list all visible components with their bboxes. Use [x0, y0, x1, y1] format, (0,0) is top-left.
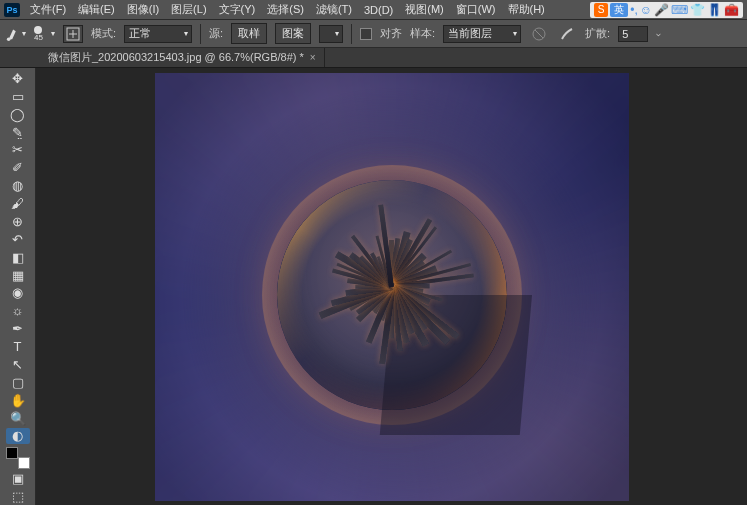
aligned-label: 对齐	[380, 26, 402, 41]
ime-emoji-icon[interactable]: ☺	[640, 3, 652, 17]
menu-window[interactable]: 窗口(W)	[450, 0, 502, 19]
menu-layer[interactable]: 图层(L)	[165, 0, 212, 19]
tab-close-button[interactable]: ×	[310, 52, 316, 63]
ime-lang-indicator[interactable]: 英	[610, 3, 628, 17]
move-tool[interactable]: ✥	[6, 70, 30, 87]
diffusion-input[interactable]	[618, 26, 648, 42]
marquee-tool[interactable]: ▭	[6, 88, 30, 105]
lasso-tool[interactable]: ◯	[6, 106, 30, 123]
sample-layers-dropdown[interactable]: 当前图层	[443, 25, 521, 43]
ime-skin-icon[interactable]: 👖	[707, 3, 722, 17]
ime-mic-icon[interactable]: 🎤	[654, 3, 669, 17]
menu-bar: Ps 文件(F) 编辑(E) 图像(I) 图层(L) 文字(Y) 选择(S) 滤…	[0, 0, 747, 20]
quick-mask-toggle[interactable]: ▣	[6, 470, 30, 487]
healing-brush-tool[interactable]: ◍	[6, 177, 30, 194]
document-tab[interactable]: 微信图片_20200603215403.jpg @ 66.7%(RGB/8#) …	[40, 48, 325, 67]
type-tool[interactable]: T	[6, 338, 30, 355]
ime-toolbox-icon[interactable]: 🧰	[724, 3, 739, 17]
pen-tool[interactable]: ✒	[6, 320, 30, 337]
document-tab-title: 微信图片_20200603215403.jpg @ 66.7%(RGB/8#) …	[48, 50, 304, 65]
background-color-swatch[interactable]	[18, 457, 30, 469]
diffusion-label: 扩散:	[585, 26, 610, 41]
brush-panel-toggle-icon[interactable]	[63, 25, 83, 43]
tools-panel: ✥ ▭ ◯ ✎̤ ✂ ✐ ◍ 🖌 ⊕ ↶ ◧ ▦ ◉ ☼ ✒ T ↖ ▢ ✋ 🔍…	[0, 68, 36, 505]
aligned-checkbox[interactable]	[360, 28, 372, 40]
source-label: 源:	[209, 26, 223, 41]
menu-file[interactable]: 文件(F)	[24, 0, 72, 19]
menu-filter[interactable]: 滤镜(T)	[310, 0, 358, 19]
screen-mode-toggle[interactable]: ⬚	[6, 488, 30, 505]
patch-tool[interactable]: ◐	[6, 428, 30, 445]
app-logo: Ps	[4, 3, 20, 17]
menu-edit[interactable]: 编辑(E)	[72, 0, 121, 19]
ime-toolbar[interactable]: S 英 •, ☺ 🎤 ⌨ 👕 👖 🧰	[590, 2, 743, 18]
color-swatches[interactable]	[6, 447, 30, 469]
ignore-adjustment-icon[interactable]	[529, 24, 549, 44]
zoom-tool[interactable]: 🔍	[6, 410, 30, 427]
hand-tool[interactable]: ✋	[6, 392, 30, 409]
ime-person-icon[interactable]: 👕	[690, 3, 705, 17]
quick-select-tool[interactable]: ✎̤	[6, 124, 30, 141]
document-tab-bar: 微信图片_20200603215403.jpg @ 66.7%(RGB/8#) …	[0, 48, 747, 68]
sample-button[interactable]: 取样	[231, 23, 267, 44]
canvas-area[interactable]	[36, 68, 747, 505]
ime-keyboard-icon[interactable]: ⌨	[671, 3, 688, 17]
shape-tool[interactable]: ▢	[6, 374, 30, 391]
brush-tool[interactable]: 🖌	[6, 195, 30, 212]
gradient-tool[interactable]: ▦	[6, 267, 30, 284]
workspace: ✥ ▭ ◯ ✎̤ ✂ ✐ ◍ 🖌 ⊕ ↶ ◧ ▦ ◉ ☼ ✒ T ↖ ▢ ✋ 🔍…	[0, 68, 747, 505]
menu-3d[interactable]: 3D(D)	[358, 2, 399, 18]
sample-dropdown-label: 样本:	[410, 26, 435, 41]
menu-select[interactable]: 选择(S)	[261, 0, 310, 19]
current-tool-icon[interactable]: ▾	[6, 24, 26, 44]
ime-logo-icon: S	[594, 3, 608, 17]
eyedropper-tool[interactable]: ✐	[6, 159, 30, 176]
clone-stamp-tool[interactable]: ⊕	[6, 213, 30, 230]
menu-type[interactable]: 文字(Y)	[213, 0, 262, 19]
options-bar: ▾ 45 ▾ 模式: 正常 源: 取样 图案 对齐 样本: 当前图层 扩散: ⌵	[0, 20, 747, 48]
dodge-tool[interactable]: ☼	[6, 302, 30, 319]
menu-help[interactable]: 帮助(H)	[502, 0, 551, 19]
svg-point-0	[7, 37, 11, 41]
foreground-color-swatch[interactable]	[6, 447, 18, 459]
path-select-tool[interactable]: ↖	[6, 356, 30, 373]
pattern-picker-dropdown[interactable]	[319, 25, 343, 43]
blend-mode-dropdown[interactable]: 正常	[124, 25, 192, 43]
ime-punct-icon[interactable]: •,	[630, 3, 638, 17]
crop-tool[interactable]: ✂	[6, 142, 30, 159]
pattern-button[interactable]: 图案	[275, 23, 311, 44]
pressure-size-icon[interactable]	[557, 24, 577, 44]
blur-tool[interactable]: ◉	[6, 285, 30, 302]
menu-image[interactable]: 图像(I)	[121, 0, 165, 19]
document-canvas[interactable]	[155, 73, 629, 501]
eraser-tool[interactable]: ◧	[6, 249, 30, 266]
mode-label: 模式:	[91, 26, 116, 41]
menu-view[interactable]: 视图(M)	[399, 0, 450, 19]
history-brush-tool[interactable]: ↶	[6, 231, 30, 248]
brush-size-label: 45	[34, 34, 43, 42]
brush-preset-picker[interactable]: 45	[34, 26, 43, 42]
